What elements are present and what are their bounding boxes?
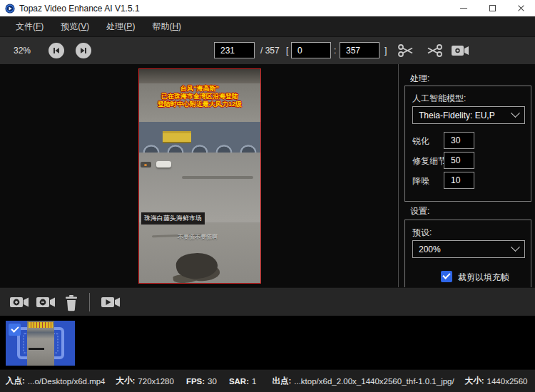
restore-detail-label: 修复细节 [412, 155, 447, 167]
status-output-path-label: 出点: [272, 376, 291, 386]
video-yellow-sign [163, 131, 191, 143]
trim-start-value: 0 [297, 46, 302, 56]
settings-section-title: 设置: [410, 205, 429, 217]
thumbnail-strip [0, 316, 535, 369]
restore-detail-row: 修复细节 50 [405, 152, 532, 169]
crop-to-fill-row: 裁剪以填充帧 [405, 270, 532, 284]
settings-group: 预设: 200% 裁剪以填充帧 [404, 220, 531, 287]
crop-to-fill-checkbox[interactable] [441, 271, 452, 282]
scissors-right-icon [425, 41, 444, 60]
menu-preview[interactable]: 预览(V) [52, 18, 98, 36]
video-camera-icon [450, 43, 470, 58]
status-sar: SAR:1 [229, 377, 257, 386]
close-button[interactable] [506, 0, 535, 16]
denoise-label: 降噪 [412, 175, 429, 187]
current-frame-input[interactable]: 231 [214, 42, 255, 58]
sharpen-label: 锐化 [412, 135, 429, 148]
menubar: 文件(F) 预览(V) 处理(P) 帮助(H) [0, 16, 535, 37]
thumbnail-checkbox[interactable] [9, 324, 21, 336]
trim-end-scissors-button[interactable] [425, 41, 444, 60]
sharpen-value: 30 [451, 135, 460, 145]
close-icon [517, 4, 525, 12]
menu-process[interactable]: 处理(P) [98, 18, 143, 36]
status-sar-label: SAR: [229, 377, 249, 386]
status-input-path: 入点:...o/Desktop/x6d.mp4 [6, 376, 106, 386]
sharpen-input[interactable]: 30 [444, 132, 474, 149]
processing-group: 人工智能模型: Theia-Fidelity: EU,P 锐化 30 修复细节 … [404, 86, 531, 202]
maximize-button[interactable] [478, 0, 506, 16]
process-video-button[interactable] [100, 294, 121, 311]
chevron-down-icon [511, 108, 520, 118]
status-fps: FPS:30 [186, 377, 217, 386]
status-input-size: 大小:720x1280 [116, 376, 174, 386]
denoise-value: 10 [451, 175, 460, 185]
remove-video-button[interactable] [35, 294, 56, 311]
app-window: Topaz Video Enhance AI V1.5.1 文件(F) 预览(V… [0, 0, 535, 392]
video-location-caption: 珠海白藤头海鲜市场 [141, 212, 205, 225]
minimize-icon [460, 8, 467, 9]
ai-model-dropdown[interactable]: Theia-Fidelity: EU,P [412, 106, 525, 124]
ai-model-value: Theia-Fidelity: EU,P [419, 110, 512, 120]
menu-preview-close: ) [86, 21, 89, 31]
menu-preview-text: 预览( [61, 21, 81, 31]
video-watermark-text: 不要慌不要慌啊 [178, 233, 218, 241]
status-output-size: 大小:1440x2560 [465, 376, 528, 386]
status-fps-label: FPS: [186, 377, 205, 386]
video-water-streak [182, 176, 253, 179]
trim-end-input[interactable]: 357 [340, 42, 379, 58]
menu-help[interactable]: 帮助(H) [143, 18, 190, 36]
video-sky-region [139, 69, 260, 83]
skip-to-end-button[interactable] [76, 43, 91, 58]
crop-to-fill-label: 裁剪以填充帧 [458, 272, 509, 284]
ai-model-label: 人工智能模型: [412, 93, 466, 105]
add-video-button[interactable] [9, 294, 30, 311]
window-title: Topaz Video Enhance AI V1.5.1 [19, 4, 140, 14]
menu-file-close: ) [41, 21, 44, 31]
preset-value: 200% [419, 244, 512, 254]
status-output-size-value: 1440x2560 [487, 377, 528, 386]
video-thumbnail-item[interactable] [6, 321, 75, 366]
status-input-size-value: 720x1280 [138, 377, 174, 386]
delete-video-button[interactable] [63, 294, 80, 312]
total-frames-label: / 357 [260, 46, 280, 56]
video-preview[interactable]: 台风“海高斯” 已在珠海市金湾区沿海登陆 登陆时中心附近最大风力12级 珠海白藤… [138, 68, 261, 284]
processing-section-title: 处理: [410, 73, 429, 85]
thumbnail-image [27, 321, 54, 366]
caption-line-3: 登陆时中心附近最大风力12级 [139, 100, 260, 108]
camera-remove-icon [35, 294, 56, 311]
caption-line-1: 台风“海高斯” [139, 85, 260, 93]
trim-start-scissors-button[interactable] [397, 41, 415, 60]
status-output-size-label: 大小: [465, 376, 484, 386]
current-frame-value: 231 [220, 46, 235, 56]
menu-process-close: ) [132, 21, 135, 31]
denoise-input[interactable]: 10 [444, 172, 474, 189]
scissors-left-icon [397, 41, 415, 60]
status-input-path-label: 入点: [6, 376, 25, 386]
thumbnail-caption-strip [29, 322, 53, 328]
video-caption-overlay: 台风“海高斯” 已在珠海市金湾区沿海登陆 登陆时中心附近最大风力12级 [139, 85, 260, 108]
minimize-button[interactable] [449, 0, 478, 16]
video-white-car [156, 161, 171, 167]
preview-camera-button[interactable] [450, 43, 470, 58]
status-sar-value: 1 [252, 377, 256, 386]
skip-to-start-button[interactable] [49, 43, 64, 58]
trim-start-input[interactable]: 0 [291, 42, 331, 58]
status-output-path-value: ...ktop/x6d_2.00x_1440x2560_thf-1.0.1_jp… [294, 377, 454, 386]
thumbnail-location-strip [29, 348, 44, 350]
preset-dropdown[interactable]: 200% [412, 240, 525, 258]
playback-toolbar: 32% 231 / 357 [ 0 : 357 ] [0, 37, 535, 64]
restore-detail-input[interactable]: 50 [444, 152, 474, 169]
status-input-path-value: ...o/Desktop/x6d.mp4 [28, 377, 106, 386]
restore-detail-value: 50 [451, 155, 460, 165]
window-controls [449, 0, 535, 16]
statusbar: 入点:...o/Desktop/x6d.mp4 大小:720x1280 FPS:… [0, 369, 535, 392]
menu-help-text: 帮助( [152, 21, 172, 31]
chevron-down-icon [511, 242, 520, 252]
trim-end-value: 357 [346, 46, 360, 56]
menu-file[interactable]: 文件(F) [7, 18, 52, 36]
menu-process-text: 处理( [106, 21, 126, 31]
menu-help-close: ) [178, 21, 181, 31]
main-area: 台风“海高斯” 已在珠海市金湾区沿海登陆 登陆时中心附近最大风力12级 珠海白藤… [0, 64, 535, 287]
zoom-level-label: 32% [14, 46, 31, 56]
status-fps-value: 30 [208, 377, 217, 386]
